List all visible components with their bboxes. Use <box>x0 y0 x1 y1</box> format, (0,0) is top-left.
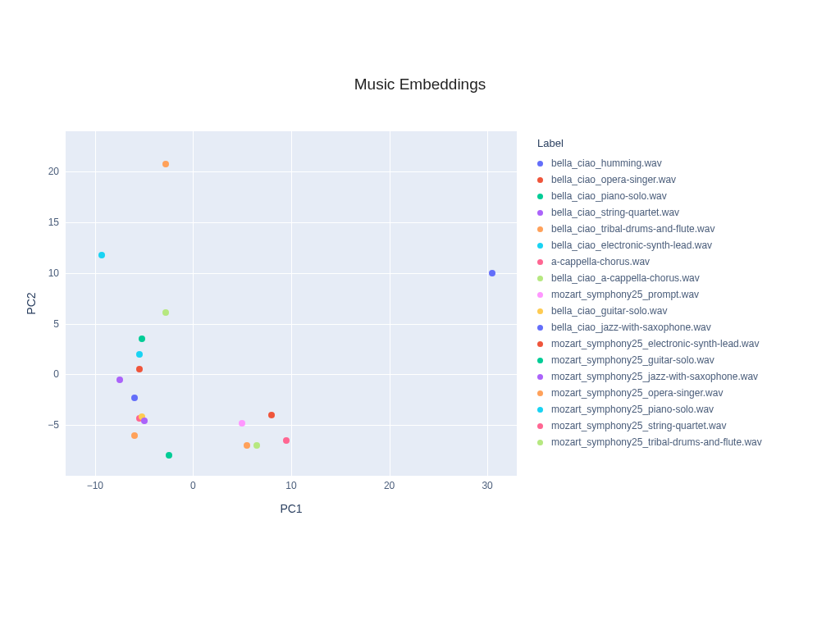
x-tick-label: 0 <box>190 480 196 491</box>
legend-item[interactable]: mozart_symphony25_guitar-solo.wav <box>537 352 762 368</box>
legend-item[interactable]: mozart_symphony25_prompt.wav <box>537 286 762 303</box>
legend-marker-icon <box>537 440 543 445</box>
legend-label: a-cappella-chorus.wav <box>551 253 650 270</box>
legend-label: mozart_symphony25_string-quartet.wav <box>551 418 726 434</box>
legend-item[interactable]: mozart_symphony25_jazz-with-saxophone.wa… <box>537 368 762 385</box>
data-point[interactable] <box>162 309 169 316</box>
legend-item[interactable]: bella_ciao_electronic-synth-lead.wav <box>537 237 762 253</box>
legend-label: mozart_symphony25_guitar-solo.wav <box>551 352 714 368</box>
data-point[interactable] <box>116 377 123 383</box>
legend-label: mozart_symphony25_prompt.wav <box>551 286 699 303</box>
data-point[interactable] <box>131 395 138 401</box>
gridline-vertical <box>193 131 194 476</box>
legend-item[interactable]: mozart_symphony25_piano-solo.wav <box>537 401 762 418</box>
legend-marker-icon <box>537 341 543 347</box>
legend-marker-icon <box>537 177 543 183</box>
legend-label: mozart_symphony25_piano-solo.wav <box>551 401 714 418</box>
x-tick-label: −10 <box>87 480 103 491</box>
legend-item[interactable]: a-cappella-chorus.wav <box>537 253 762 270</box>
gridline-horizontal <box>66 222 517 223</box>
data-point[interactable] <box>162 161 169 167</box>
y-tick-label: −5 <box>26 419 59 431</box>
legend-marker-icon <box>537 161 543 167</box>
data-point[interactable] <box>239 420 245 427</box>
gridline-horizontal <box>66 324 517 325</box>
legend-marker-icon <box>537 423 543 429</box>
legend-item[interactable]: bella_ciao_piano-solo.wav <box>537 188 762 204</box>
legend-marker-icon <box>537 194 543 199</box>
legend-label: bella_ciao_humming.wav <box>551 155 662 171</box>
legend-item[interactable]: mozart_symphony25_opera-singer.wav <box>537 385 762 401</box>
gridline-horizontal <box>66 273 517 274</box>
gridline-vertical <box>291 131 292 476</box>
legend-label: bella_ciao_guitar-solo.wav <box>551 303 667 319</box>
data-point[interactable] <box>139 336 145 342</box>
legend-title: Label <box>537 135 762 152</box>
y-tick-label: 0 <box>26 368 59 380</box>
legend-marker-icon <box>537 325 543 331</box>
data-point[interactable] <box>166 452 172 459</box>
legend-item[interactable]: bella_ciao_tribal-drums-and-flute.wav <box>537 221 762 237</box>
legend-item[interactable]: mozart_symphony25_tribal-drums-and-flute… <box>537 434 762 450</box>
legend-label: bella_ciao_electronic-synth-lead.wav <box>551 237 712 253</box>
x-tick-label: 20 <box>384 480 395 491</box>
x-tick-label: 30 <box>482 480 492 491</box>
legend-label: bella_ciao_opera-singer.wav <box>551 171 676 188</box>
legend-item[interactable]: bella_ciao_jazz-with-saxophone.wav <box>537 319 762 336</box>
legend-label: mozart_symphony25_opera-singer.wav <box>551 385 723 401</box>
data-point[interactable] <box>98 252 105 258</box>
legend-marker-icon <box>537 390 543 396</box>
gridline-vertical <box>390 131 390 476</box>
data-point[interactable] <box>131 432 138 439</box>
legend-marker-icon <box>537 226 543 232</box>
data-point[interactable] <box>136 366 143 372</box>
chart-title: Music Embeddings <box>0 75 840 94</box>
legend-item[interactable]: bella_ciao_guitar-solo.wav <box>537 303 762 319</box>
legend-item[interactable]: bella_ciao_humming.wav <box>537 155 762 171</box>
legend-label: bella_ciao_jazz-with-saxophone.wav <box>551 319 711 336</box>
legend-item[interactable]: bella_ciao_a-cappella-chorus.wav <box>537 270 762 286</box>
legend-marker-icon <box>537 259 543 265</box>
y-tick-label: 5 <box>26 318 59 330</box>
plot-area <box>66 131 517 476</box>
legend-label: bella_ciao_piano-solo.wav <box>551 188 667 204</box>
legend-label: mozart_symphony25_jazz-with-saxophone.wa… <box>551 368 758 385</box>
chart-container: Music Embeddings PC1 PC2 Label bella_cia… <box>0 0 840 630</box>
data-point[interactable] <box>489 270 495 276</box>
data-point[interactable] <box>253 442 260 449</box>
legend-marker-icon <box>537 407 543 413</box>
gridline-horizontal <box>66 425 517 426</box>
legend-marker-icon <box>537 276 543 281</box>
data-point[interactable] <box>141 418 148 424</box>
legend-marker-icon <box>537 308 543 314</box>
legend-label: mozart_symphony25_electronic-synth-lead.… <box>551 336 759 352</box>
legend-marker-icon <box>537 243 543 249</box>
legend-marker-icon <box>537 292 543 298</box>
x-tick-label: 10 <box>285 480 296 491</box>
legend-label: bella_ciao_string-quartet.wav <box>551 204 679 221</box>
legend-label: mozart_symphony25_tribal-drums-and-flute… <box>551 434 762 450</box>
legend-item[interactable]: mozart_symphony25_electronic-synth-lead.… <box>537 336 762 352</box>
x-axis-label: PC1 <box>66 502 517 515</box>
y-tick-label: 10 <box>26 267 59 279</box>
legend-item[interactable]: bella_ciao_string-quartet.wav <box>537 204 762 221</box>
legend-marker-icon <box>537 210 543 216</box>
legend-marker-icon <box>537 374 543 380</box>
legend: Label bella_ciao_humming.wavbella_ciao_o… <box>537 135 762 450</box>
data-point[interactable] <box>136 351 143 358</box>
data-point[interactable] <box>283 437 290 444</box>
gridline-vertical <box>95 131 96 476</box>
legend-item[interactable]: mozart_symphony25_string-quartet.wav <box>537 418 762 434</box>
y-tick-label: 15 <box>26 217 59 228</box>
data-point[interactable] <box>268 412 275 418</box>
gridline-horizontal <box>66 171 517 172</box>
legend-item[interactable]: bella_ciao_opera-singer.wav <box>537 171 762 188</box>
y-tick-label: 20 <box>26 166 59 177</box>
gridline-vertical <box>487 131 488 476</box>
data-point[interactable] <box>244 442 250 449</box>
legend-label: bella_ciao_tribal-drums-and-flute.wav <box>551 221 714 237</box>
gridline-horizontal <box>66 374 517 375</box>
legend-marker-icon <box>537 358 543 363</box>
legend-body: bella_ciao_humming.wavbella_ciao_opera-s… <box>537 155 762 450</box>
legend-label: bella_ciao_a-cappella-chorus.wav <box>551 270 700 286</box>
